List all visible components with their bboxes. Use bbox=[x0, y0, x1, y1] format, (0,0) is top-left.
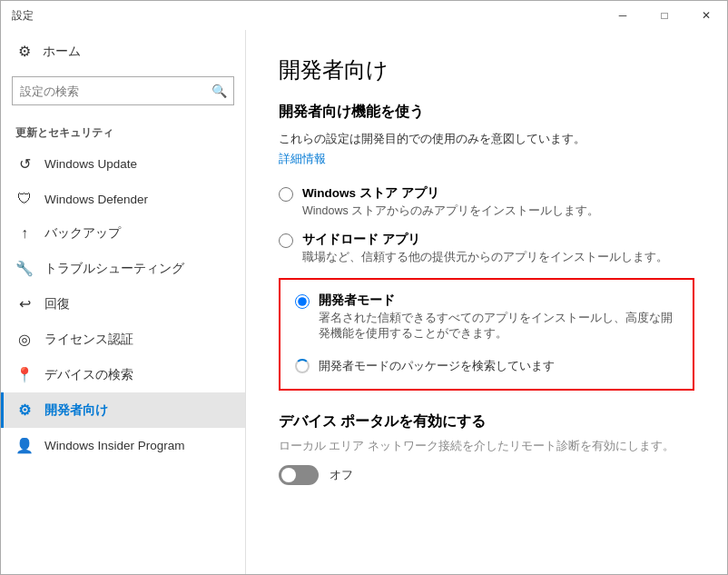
toggle-label: オフ bbox=[330, 467, 353, 483]
search-input[interactable] bbox=[13, 84, 204, 98]
sidebar-item-device-find[interactable]: 📍 デバイスの検索 bbox=[1, 357, 245, 392]
radio-sideload-desc: 職場など、信頼する他の提供元からのアプリをインストールします。 bbox=[302, 250, 668, 265]
radio-store-app[interactable] bbox=[279, 187, 293, 202]
sidebar-item-backup[interactable]: ↑ バックアップ bbox=[1, 216, 245, 251]
recovery-icon: ↩ bbox=[15, 295, 34, 312]
toggle-row: オフ bbox=[279, 465, 694, 485]
sidebar-item-label: トラブルシューティング bbox=[44, 261, 184, 277]
portal-desc: ローカル エリア ネットワーク接続を介したリモート診断を有効にします。 bbox=[279, 439, 694, 454]
close-button[interactable]: ✕ bbox=[685, 1, 727, 30]
main-panel: 開発者向け 開発者向け機能を使う これらの設定は開発目的での使用のみを意図してい… bbox=[246, 30, 727, 574]
sidebar-item-troubleshoot[interactable]: 🔧 トラブルシューティング bbox=[1, 251, 245, 286]
sidebar-item-insider[interactable]: 👤 Windows Insider Program bbox=[1, 428, 245, 463]
sidebar-item-label: Windows Insider Program bbox=[44, 439, 185, 452]
radio-sideload-content: サイドロード アプリ 職場など、信頼する他の提供元からのアプリをインストールしま… bbox=[302, 232, 668, 265]
device-find-icon: 📍 bbox=[15, 366, 34, 383]
radio-option-developer-mode: 開発者モード 署名された信頼できるすべてのアプリをインストールし、高度な開発機能… bbox=[295, 292, 678, 342]
window-title: 設定 bbox=[12, 8, 34, 24]
settings-window: 設定 ─ □ ✕ ⚙ ホーム 🔍 更新とセキュリティ ↺ Wind bbox=[0, 0, 728, 575]
radio-developer-mode-label: 開発者モード bbox=[319, 292, 678, 309]
developer-icon: ⚙ bbox=[15, 402, 34, 419]
sidebar-item-label: デバイスの検索 bbox=[44, 367, 133, 383]
license-icon: ◎ bbox=[15, 331, 34, 348]
sidebar-item-label: 開発者向け bbox=[44, 402, 108, 419]
sidebar-item-label: Windows Defender bbox=[44, 193, 148, 206]
sidebar-home-label: ホーム bbox=[43, 44, 81, 60]
titlebar: 設定 ─ □ ✕ bbox=[1, 1, 727, 30]
portal-title: デバイス ポータルを有効にする bbox=[279, 412, 694, 431]
sidebar-item-label: 回復 bbox=[44, 296, 70, 312]
radio-option-store-app: Windows ストア アプリ Windows ストアからのみアプリをインストー… bbox=[279, 185, 694, 219]
radio-store-app-desc: Windows ストアからのみアプリをインストールします。 bbox=[302, 203, 599, 219]
sidebar-item-label: バックアップ bbox=[44, 225, 121, 242]
search-icon: 🔍 bbox=[204, 76, 233, 105]
portal-toggle[interactable] bbox=[279, 465, 319, 485]
sidebar-item-windows-defender[interactable]: 🛡 Windows Defender bbox=[1, 182, 245, 216]
main-content-area: ⚙ ホーム 🔍 更新とセキュリティ ↺ Windows Update 🛡 Win… bbox=[1, 30, 727, 574]
radio-developer-mode-content: 開発者モード 署名された信頼できるすべてのアプリをインストールし、高度な開発機能… bbox=[319, 292, 678, 342]
sidebar-item-label: Windows Update bbox=[44, 157, 137, 171]
sidebar-item-recovery[interactable]: ↩ 回復 bbox=[1, 286, 245, 322]
titlebar-controls: ─ □ ✕ bbox=[602, 1, 727, 30]
radio-developer-mode-desc: 署名された信頼できるすべてのアプリをインストールし、高度な開発機能を使用すること… bbox=[319, 311, 678, 342]
device-portal-section: デバイス ポータルを有効にする ローカル エリア ネットワーク接続を介したリモー… bbox=[279, 412, 694, 485]
section1-title: 開発者向け機能を使う bbox=[279, 103, 694, 122]
page-title: 開発者向け bbox=[279, 55, 694, 84]
radio-sideload-label: サイドロード アプリ bbox=[302, 232, 668, 248]
radio-developer-mode[interactable] bbox=[295, 294, 310, 309]
minimize-button[interactable]: ─ bbox=[602, 1, 644, 30]
radio-sideload[interactable] bbox=[279, 233, 293, 248]
sidebar: ⚙ ホーム 🔍 更新とセキュリティ ↺ Windows Update 🛡 Win… bbox=[1, 30, 246, 574]
sidebar-home-button[interactable]: ⚙ ホーム bbox=[1, 30, 245, 73]
windows-defender-icon: 🛡 bbox=[15, 191, 34, 207]
radio-store-app-label: Windows ストア アプリ bbox=[302, 185, 599, 202]
windows-update-icon: ↺ bbox=[15, 155, 34, 173]
searching-row: 開発者モードのパッケージを検索しています bbox=[295, 351, 678, 376]
radio-store-app-content: Windows ストア アプリ Windows ストアからのみアプリをインストー… bbox=[302, 185, 599, 219]
sidebar-item-developer[interactable]: ⚙ 開発者向け bbox=[1, 392, 245, 428]
maximize-button[interactable]: □ bbox=[644, 1, 685, 30]
radio-option-sideload: サイドロード アプリ 職場など、信頼する他の提供元からのアプリをインストールしま… bbox=[279, 232, 694, 265]
sidebar-section-label: 更新とセキュリティ bbox=[1, 116, 245, 146]
sidebar-item-label: ライセンス認証 bbox=[44, 332, 133, 348]
developer-mode-highlight-box: 開発者モード 署名された信頼できるすべてのアプリをインストールし、高度な開発機能… bbox=[279, 278, 694, 391]
sidebar-item-windows-update[interactable]: ↺ Windows Update bbox=[1, 146, 245, 182]
backup-icon: ↑ bbox=[15, 225, 34, 242]
troubleshoot-icon: 🔧 bbox=[15, 260, 34, 277]
loading-spinner bbox=[295, 359, 310, 373]
insider-icon: 👤 bbox=[15, 437, 34, 454]
detail-link[interactable]: 詳細情報 bbox=[279, 151, 326, 167]
section-description: これらの設定は開発目的での使用のみを意図しています。 bbox=[279, 131, 694, 147]
home-icon: ⚙ bbox=[15, 43, 34, 60]
sidebar-search-container: 🔍 bbox=[12, 76, 234, 105]
sidebar-item-license[interactable]: ◎ ライセンス認証 bbox=[1, 322, 245, 357]
searching-label: 開発者モードのパッケージを検索しています bbox=[319, 358, 555, 374]
